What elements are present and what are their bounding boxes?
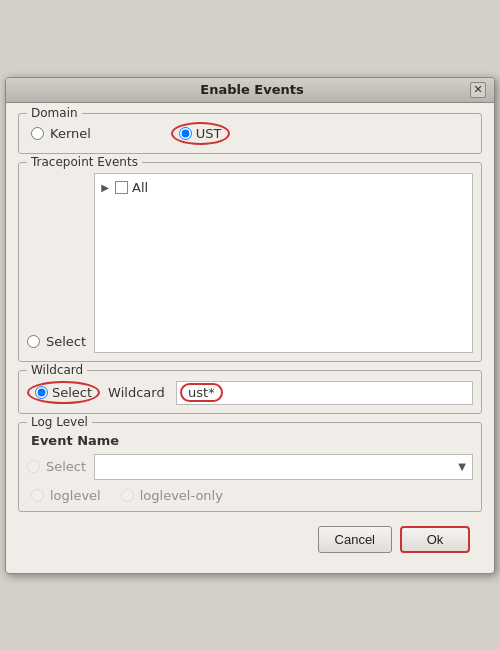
window-title: Enable Events [34, 82, 470, 97]
wildcard-input[interactable] [176, 381, 473, 405]
domain-section: Domain Kernel UST [18, 113, 482, 154]
main-window: Enable Events ✕ Domain Kernel UST Tracep… [5, 77, 495, 574]
domain-content: Kernel UST [19, 114, 481, 153]
tracepoint-select-radio[interactable] [27, 335, 40, 348]
footer: Cancel Ok [18, 520, 482, 563]
wildcard-input-area: Wildcard ust* [108, 381, 473, 405]
tracepoint-select-label: Select [46, 334, 86, 349]
ust-radio[interactable] [179, 127, 192, 140]
cancel-button[interactable]: Cancel [318, 526, 392, 553]
wildcard-input-wrapper: ust* [176, 381, 473, 405]
loglevel-content: Event Name Select ▼ loglevel [19, 423, 481, 511]
tree-arrow-icon: ▶ [99, 181, 111, 193]
ok-button[interactable]: Ok [400, 526, 470, 553]
window-body: Domain Kernel UST Tracepoint Events [6, 103, 494, 573]
loglevel-dropdown-row: Select ▼ [27, 454, 473, 480]
close-button[interactable]: ✕ [470, 82, 486, 98]
loglevel-radio[interactable] [31, 489, 44, 502]
tracepoint-select-group[interactable]: Select [27, 334, 86, 349]
loglevel-select-radio[interactable] [27, 460, 40, 473]
loglevel-only-radio[interactable] [121, 489, 134, 502]
wildcard-select-radio[interactable] [35, 386, 48, 399]
event-name-dropdown[interactable]: ▼ [94, 454, 473, 480]
wildcard-select-group[interactable]: Select [27, 381, 100, 404]
loglevel-only-label: loglevel-only [140, 488, 223, 503]
loglevel-label: loglevel [50, 488, 101, 503]
kernel-radio[interactable] [31, 127, 44, 140]
ust-radio-group[interactable]: UST [171, 122, 230, 145]
tracepoint-section: Tracepoint Events Select ▶ All [18, 162, 482, 362]
tree-row-all: ▶ All [99, 178, 468, 197]
wildcard-section: Wildcard Select Wildcard ust* [18, 370, 482, 414]
wildcard-input-row: ust* [176, 381, 473, 405]
loglevel-option-group[interactable]: loglevel [31, 488, 101, 503]
loglevel-section-label: Log Level [27, 415, 92, 429]
wildcard-content: Select Wildcard ust* [19, 371, 481, 413]
tracepoint-label: Tracepoint Events [27, 155, 142, 169]
loglevel-select-group[interactable]: Select [27, 459, 86, 474]
loglevel-section: Log Level Event Name Select ▼ [18, 422, 482, 512]
tree-all-label: All [132, 180, 148, 195]
kernel-label: Kernel [50, 126, 91, 141]
tracepoint-select-side: Select [27, 173, 86, 353]
domain-label: Domain [27, 106, 82, 120]
loglevel-only-option-group[interactable]: loglevel-only [121, 488, 223, 503]
ust-label: UST [196, 126, 222, 141]
wildcard-select-label: Select [52, 385, 92, 400]
titlebar: Enable Events ✕ [6, 78, 494, 103]
loglevel-options: loglevel loglevel-only [27, 488, 473, 503]
tracepoint-inner: Select ▶ All [19, 163, 481, 361]
wildcard-field-label: Wildcard [108, 385, 168, 400]
event-name-header: Event Name [27, 433, 473, 448]
wildcard-section-label: Wildcard [27, 363, 87, 377]
kernel-radio-group[interactable]: Kernel [31, 126, 91, 141]
loglevel-select-label: Select [46, 459, 86, 474]
tree-checkbox[interactable] [115, 181, 128, 194]
dropdown-arrow-icon: ▼ [458, 461, 466, 472]
tracepoint-tree-panel: ▶ All [94, 173, 473, 353]
